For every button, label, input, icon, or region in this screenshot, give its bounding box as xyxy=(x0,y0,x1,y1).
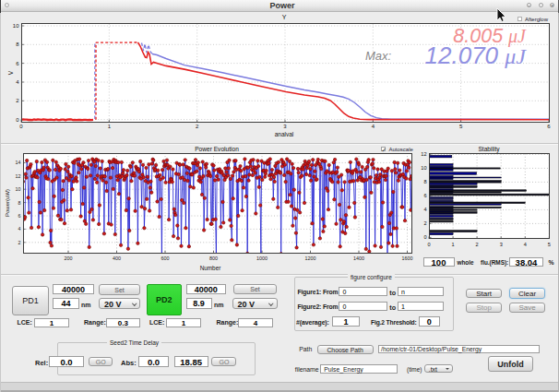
svg-text:8: 8 xyxy=(423,179,426,184)
svg-text:1000: 1000 xyxy=(256,255,268,261)
svg-text:4: 4 xyxy=(16,79,19,85)
svg-text:2: 2 xyxy=(196,124,199,129)
svg-text:0: 0 xyxy=(427,242,430,247)
svg-text:600: 600 xyxy=(161,255,170,261)
svg-text:Y: Y xyxy=(282,14,287,20)
svg-text:0: 0 xyxy=(19,124,23,129)
svg-text:5: 5 xyxy=(459,124,463,129)
svg-text:12: 12 xyxy=(421,151,426,157)
svg-text:800: 800 xyxy=(209,255,218,261)
svg-text:5: 5 xyxy=(548,242,551,247)
svg-text:2: 2 xyxy=(423,220,426,226)
svg-text:6: 6 xyxy=(547,124,551,129)
svg-text:1400: 1400 xyxy=(353,255,364,261)
svg-text:Number: Number xyxy=(200,265,222,271)
svg-text:8: 8 xyxy=(16,42,19,47)
svg-text:2: 2 xyxy=(18,240,21,245)
svg-text:4: 4 xyxy=(18,226,21,232)
svg-text:4: 4 xyxy=(524,242,527,247)
svg-text:V: V xyxy=(7,70,14,75)
svg-text:2: 2 xyxy=(476,242,479,247)
svg-text:12: 12 xyxy=(16,173,21,179)
svg-text:6: 6 xyxy=(16,61,19,66)
svg-text:Power(uW): Power(uW) xyxy=(5,189,10,217)
svg-text:200: 200 xyxy=(65,255,73,261)
svg-text:3: 3 xyxy=(283,124,287,129)
svg-text:Power Evolution: Power Evolution xyxy=(195,146,239,152)
svg-text:0: 0 xyxy=(16,117,19,123)
svg-text:10: 10 xyxy=(13,23,19,29)
svg-text:0: 0 xyxy=(423,234,426,240)
svg-text:400: 400 xyxy=(113,255,121,261)
svg-text:1200: 1200 xyxy=(305,255,316,261)
svg-text:10: 10 xyxy=(421,165,426,171)
svg-text:4: 4 xyxy=(423,207,426,212)
svg-text:8: 8 xyxy=(18,200,21,206)
svg-text:4: 4 xyxy=(372,124,375,129)
svg-text:1: 1 xyxy=(452,242,455,247)
svg-text:3: 3 xyxy=(500,242,503,247)
svg-text:2: 2 xyxy=(16,98,19,103)
svg-text:analval: analval xyxy=(275,131,294,137)
svg-text:6: 6 xyxy=(18,213,21,219)
svg-text:14: 14 xyxy=(16,160,21,165)
svg-text:1: 1 xyxy=(108,124,112,129)
svg-text:6: 6 xyxy=(423,193,426,198)
svg-text:10: 10 xyxy=(16,186,21,192)
svg-text:Stability: Stability xyxy=(478,146,500,153)
